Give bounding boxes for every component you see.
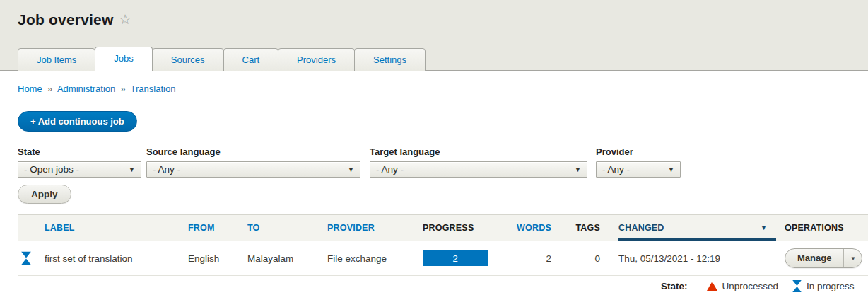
sort-descending-icon[interactable]: ▼ bbox=[761, 224, 767, 231]
apply-button[interactable]: Apply bbox=[18, 185, 71, 204]
provider-filter-value: - Any - bbox=[602, 164, 630, 175]
progress-bar: 2 bbox=[423, 250, 488, 266]
operations-split-button: Manage ▼ bbox=[785, 248, 862, 268]
breadcrumb-separator: » bbox=[47, 83, 52, 94]
tab-providers[interactable]: Providers bbox=[278, 48, 355, 71]
source-language-filter-label: Source language bbox=[146, 146, 221, 157]
chevron-down-icon: ▼ bbox=[668, 166, 674, 173]
job-overview-page: Job overview☆ Job Items Jobs Sources Car… bbox=[0, 0, 868, 295]
breadcrumb-administration-link[interactable]: Administration bbox=[57, 83, 115, 94]
favorite-star-icon[interactable]: ☆ bbox=[119, 12, 131, 27]
legend-item-in-progress: In progress bbox=[792, 280, 855, 292]
page-title-text: Job overview bbox=[18, 11, 113, 28]
tab-cart[interactable]: Cart bbox=[223, 48, 279, 71]
chevron-down-icon: ▼ bbox=[348, 166, 354, 173]
active-sort-underline bbox=[618, 238, 776, 241]
column-header-changed-sorted[interactable]: CHANGED bbox=[618, 223, 664, 233]
column-header-words[interactable]: WORDS bbox=[495, 223, 551, 233]
target-language-filter-label: Target language bbox=[370, 146, 440, 157]
chevron-down-icon: ▼ bbox=[129, 166, 135, 173]
job-from-cell: English bbox=[188, 253, 219, 264]
add-continuous-job-button[interactable]: + Add continuous job bbox=[18, 111, 137, 132]
in-progress-hourglass-icon bbox=[792, 280, 802, 292]
job-label-cell[interactable]: first set of translation bbox=[45, 253, 133, 264]
legend-title: State: bbox=[661, 281, 688, 291]
chevron-down-icon: ▼ bbox=[575, 166, 581, 173]
manage-button[interactable]: Manage bbox=[785, 249, 843, 267]
source-language-filter-select[interactable]: - Any - ▼ bbox=[146, 161, 360, 178]
column-header-tags: TAGS bbox=[565, 223, 600, 233]
job-tags-cell: 0 bbox=[565, 253, 600, 264]
target-language-filter-value: - Any - bbox=[376, 164, 404, 175]
legend-item-label: Unprocessed bbox=[722, 281, 779, 291]
source-language-filter-value: - Any - bbox=[153, 164, 180, 175]
column-header-label[interactable]: LABEL bbox=[45, 223, 75, 233]
tab-job-items[interactable]: Job Items bbox=[18, 48, 95, 71]
column-header-to[interactable]: TO bbox=[247, 223, 260, 233]
table-row: first set of translation English Malayal… bbox=[18, 241, 868, 276]
breadcrumb-translation-link[interactable]: Translation bbox=[131, 83, 176, 94]
legend-item-label: In progress bbox=[807, 281, 855, 291]
operations-dropdown-toggle[interactable]: ▼ bbox=[843, 249, 862, 267]
job-provider-cell: File exchange bbox=[327, 253, 387, 264]
job-words-cell: 2 bbox=[495, 253, 551, 264]
state-filter-value: - Open jobs - bbox=[24, 164, 79, 175]
column-header-progress: PROGRESS bbox=[423, 223, 474, 233]
primary-tabs: Job Items Jobs Sources Cart Providers Se… bbox=[18, 47, 425, 71]
breadcrumb-home-link[interactable]: Home bbox=[18, 83, 42, 94]
tab-sources[interactable]: Sources bbox=[152, 48, 224, 71]
tab-jobs[interactable]: Jobs bbox=[95, 47, 152, 71]
legend-item-unprocessed: Unprocessed bbox=[707, 281, 779, 291]
unprocessed-triangle-icon bbox=[707, 282, 717, 291]
breadcrumb-separator: » bbox=[120, 83, 125, 94]
in-progress-hourglass-icon bbox=[21, 252, 31, 265]
page-title: Job overview☆ bbox=[18, 11, 131, 28]
target-language-filter-select[interactable]: - Any - ▼ bbox=[370, 161, 587, 178]
page-header: Job overview☆ Job Items Jobs Sources Car… bbox=[0, 0, 868, 71]
provider-filter-label: Provider bbox=[596, 146, 633, 157]
tab-settings[interactable]: Settings bbox=[354, 48, 426, 71]
state-filter-label: State bbox=[18, 146, 40, 157]
progress-value: 2 bbox=[452, 253, 457, 264]
column-header-from[interactable]: FROM bbox=[188, 223, 215, 233]
job-changed-cell: Thu, 05/13/2021 - 12:19 bbox=[618, 253, 720, 264]
column-header-provider[interactable]: PROVIDER bbox=[327, 223, 375, 233]
caret-down-icon: ▼ bbox=[850, 255, 856, 262]
state-legend: State: Unprocessed In progress bbox=[661, 277, 868, 295]
provider-filter-select[interactable]: - Any - ▼ bbox=[596, 161, 681, 178]
state-filter-select[interactable]: - Open jobs - ▼ bbox=[18, 161, 141, 178]
breadcrumb: Home»Administration»Translation bbox=[18, 83, 175, 94]
column-header-operations: OPERATIONS bbox=[785, 223, 844, 233]
job-to-cell: Malayalam bbox=[247, 253, 293, 264]
jobs-table-header: LABEL FROM TO PROVIDER PROGRESS WORDS TA… bbox=[18, 214, 868, 241]
